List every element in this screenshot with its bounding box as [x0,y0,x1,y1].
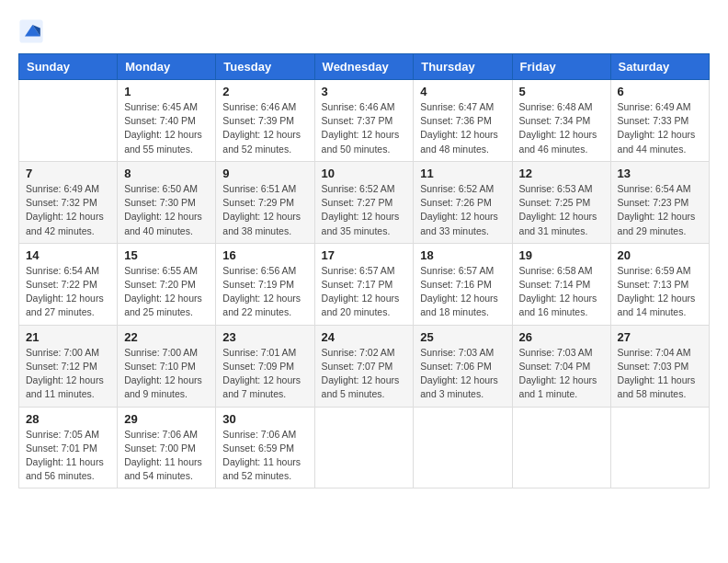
day-info-8: Sunrise: 6:50 AMSunset: 7:30 PMDaylight:… [124,182,209,238]
day-cell-30: 30Sunrise: 7:06 AMSunset: 6:59 PMDayligh… [216,407,314,488]
day-cell-19: 19Sunrise: 6:58 AMSunset: 7:14 PMDayligh… [512,243,610,325]
day-cell-7: 7Sunrise: 6:49 AMSunset: 7:32 PMDaylight… [19,161,118,243]
day-cell-27: 27Sunrise: 7:04 AMSunset: 7:03 PMDayligh… [610,325,709,407]
day-info-4: Sunrise: 6:47 AMSunset: 7:36 PMDaylight:… [420,100,505,156]
day-number-8: 8 [124,167,209,180]
week-row-4: 21Sunrise: 7:00 AMSunset: 7:12 PMDayligh… [19,325,710,407]
day-info-5: Sunrise: 6:48 AMSunset: 7:34 PMDaylight:… [519,100,604,156]
week-row-3: 14Sunrise: 6:54 AMSunset: 7:22 PMDayligh… [19,243,710,325]
day-number-12: 12 [519,167,604,180]
day-info-12: Sunrise: 6:53 AMSunset: 7:25 PMDaylight:… [519,182,604,238]
day-cell-18: 18Sunrise: 6:57 AMSunset: 7:16 PMDayligh… [414,243,512,325]
empty-cell-4-6 [610,407,709,488]
day-info-2: Sunrise: 6:46 AMSunset: 7:39 PMDaylight:… [222,100,307,156]
day-info-17: Sunrise: 6:57 AMSunset: 7:17 PMDaylight:… [322,264,407,320]
weekday-header-thursday: Thursday [414,54,512,80]
day-number-23: 23 [222,330,307,344]
day-number-21: 21 [26,330,110,344]
day-number-9: 9 [222,167,307,180]
day-info-25: Sunrise: 7:03 AMSunset: 7:06 PMDaylight:… [420,346,505,402]
day-number-30: 30 [222,412,307,426]
day-cell-10: 10Sunrise: 6:52 AMSunset: 7:27 PMDayligh… [314,161,414,243]
day-number-11: 11 [420,167,505,180]
day-info-7: Sunrise: 6:49 AMSunset: 7:32 PMDaylight:… [26,182,110,238]
day-cell-11: 11Sunrise: 6:52 AMSunset: 7:26 PMDayligh… [414,161,512,243]
day-info-24: Sunrise: 7:02 AMSunset: 7:07 PMDaylight:… [322,346,407,402]
day-cell-5: 5Sunrise: 6:48 AMSunset: 7:34 PMDaylight… [512,80,610,162]
day-info-30: Sunrise: 7:06 AMSunset: 6:59 PMDaylight:… [222,428,307,484]
day-number-15: 15 [124,248,209,262]
day-info-14: Sunrise: 6:54 AMSunset: 7:22 PMDaylight:… [26,264,110,320]
empty-cell-4-3 [314,407,414,488]
day-number-14: 14 [26,248,110,262]
day-cell-25: 25Sunrise: 7:03 AMSunset: 7:06 PMDayligh… [414,325,512,407]
day-number-10: 10 [322,167,407,180]
day-number-18: 18 [420,248,505,262]
day-info-15: Sunrise: 6:55 AMSunset: 7:20 PMDaylight:… [124,264,209,320]
day-number-28: 28 [26,412,110,426]
day-cell-20: 20Sunrise: 6:59 AMSunset: 7:13 PMDayligh… [610,243,709,325]
day-number-5: 5 [519,85,604,98]
weekday-header-tuesday: Tuesday [216,54,314,80]
day-number-4: 4 [420,85,505,98]
week-row-2: 7Sunrise: 6:49 AMSunset: 7:32 PMDaylight… [19,161,710,243]
day-number-13: 13 [618,167,702,180]
day-info-27: Sunrise: 7:04 AMSunset: 7:03 PMDaylight:… [618,346,702,402]
week-row-5: 28Sunrise: 7:05 AMSunset: 7:01 PMDayligh… [19,407,710,488]
day-cell-28: 28Sunrise: 7:05 AMSunset: 7:01 PMDayligh… [19,407,118,488]
week-row-1: 1Sunrise: 6:45 AMSunset: 7:40 PMDaylight… [19,80,710,162]
day-number-3: 3 [322,85,407,98]
day-info-9: Sunrise: 6:51 AMSunset: 7:29 PMDaylight:… [222,182,307,238]
day-info-23: Sunrise: 7:01 AMSunset: 7:09 PMDaylight:… [222,346,307,402]
day-cell-9: 9Sunrise: 6:51 AMSunset: 7:29 PMDaylight… [216,161,314,243]
weekday-header-saturday: Saturday [610,54,709,80]
day-number-16: 16 [222,248,307,262]
day-cell-15: 15Sunrise: 6:55 AMSunset: 7:20 PMDayligh… [118,243,216,325]
day-info-26: Sunrise: 7:03 AMSunset: 7:04 PMDaylight:… [519,346,604,402]
day-info-13: Sunrise: 6:54 AMSunset: 7:23 PMDaylight:… [618,182,702,238]
day-cell-8: 8Sunrise: 6:50 AMSunset: 7:30 PMDaylight… [118,161,216,243]
weekday-header-wednesday: Wednesday [314,54,414,80]
logo [18,18,48,44]
day-number-19: 19 [519,248,604,262]
weekday-header-row: SundayMondayTuesdayWednesdayThursdayFrid… [19,54,710,80]
day-info-6: Sunrise: 6:49 AMSunset: 7:33 PMDaylight:… [618,100,702,156]
day-cell-2: 2Sunrise: 6:46 AMSunset: 7:39 PMDaylight… [216,80,314,162]
day-info-3: Sunrise: 6:46 AMSunset: 7:37 PMDaylight:… [322,100,407,156]
day-info-1: Sunrise: 6:45 AMSunset: 7:40 PMDaylight:… [124,100,209,156]
day-info-10: Sunrise: 6:52 AMSunset: 7:27 PMDaylight:… [322,182,407,238]
day-number-25: 25 [420,330,505,344]
day-info-11: Sunrise: 6:52 AMSunset: 7:26 PMDaylight:… [420,182,505,238]
day-info-29: Sunrise: 7:06 AMSunset: 7:00 PMDaylight:… [124,428,209,484]
weekday-header-friday: Friday [512,54,610,80]
day-cell-6: 6Sunrise: 6:49 AMSunset: 7:33 PMDaylight… [610,80,709,162]
empty-cell-4-5 [512,407,610,488]
day-number-27: 27 [618,330,702,344]
day-cell-14: 14Sunrise: 6:54 AMSunset: 7:22 PMDayligh… [19,243,118,325]
day-info-20: Sunrise: 6:59 AMSunset: 7:13 PMDaylight:… [618,264,702,320]
day-cell-22: 22Sunrise: 7:00 AMSunset: 7:10 PMDayligh… [118,325,216,407]
day-number-1: 1 [124,85,209,98]
day-cell-21: 21Sunrise: 7:00 AMSunset: 7:12 PMDayligh… [19,325,118,407]
day-cell-26: 26Sunrise: 7:03 AMSunset: 7:04 PMDayligh… [512,325,610,407]
day-cell-1: 1Sunrise: 6:45 AMSunset: 7:40 PMDaylight… [118,80,216,162]
day-info-22: Sunrise: 7:00 AMSunset: 7:10 PMDaylight:… [124,346,209,402]
logo-icon [18,18,44,44]
day-cell-29: 29Sunrise: 7:06 AMSunset: 7:00 PMDayligh… [118,407,216,488]
day-cell-13: 13Sunrise: 6:54 AMSunset: 7:23 PMDayligh… [610,161,709,243]
empty-cell-0-0 [19,80,118,162]
day-number-24: 24 [322,330,407,344]
day-number-7: 7 [26,167,110,180]
day-cell-16: 16Sunrise: 6:56 AMSunset: 7:19 PMDayligh… [216,243,314,325]
day-info-28: Sunrise: 7:05 AMSunset: 7:01 PMDaylight:… [26,428,110,484]
day-cell-4: 4Sunrise: 6:47 AMSunset: 7:36 PMDaylight… [414,80,512,162]
day-info-16: Sunrise: 6:56 AMSunset: 7:19 PMDaylight:… [222,264,307,320]
weekday-header-monday: Monday [118,54,216,80]
day-number-22: 22 [124,330,209,344]
day-cell-3: 3Sunrise: 6:46 AMSunset: 7:37 PMDaylight… [314,80,414,162]
day-number-29: 29 [124,412,209,426]
day-info-18: Sunrise: 6:57 AMSunset: 7:16 PMDaylight:… [420,264,505,320]
day-cell-12: 12Sunrise: 6:53 AMSunset: 7:25 PMDayligh… [512,161,610,243]
day-number-26: 26 [519,330,604,344]
day-info-19: Sunrise: 6:58 AMSunset: 7:14 PMDaylight:… [519,264,604,320]
